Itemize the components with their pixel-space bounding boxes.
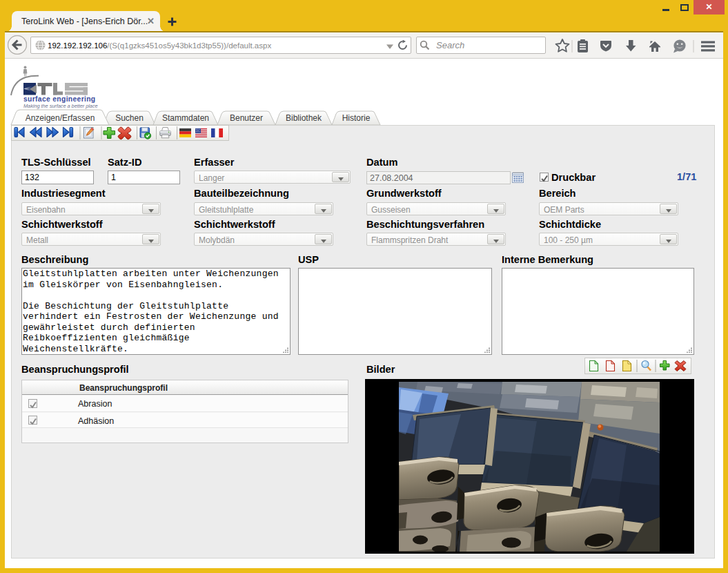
svg-text:Making the surface a better pl: Making the surface a better place bbox=[23, 103, 98, 109]
svg-text:Anzeigen/Erfassen: Anzeigen/Erfassen bbox=[26, 113, 95, 123]
svg-text:Suchen: Suchen bbox=[115, 113, 144, 123]
svg-text:Bibliothek: Bibliothek bbox=[286, 113, 322, 123]
svg-text:surface engineering: surface engineering bbox=[23, 95, 96, 103]
svg-text:Stammdaten: Stammdaten bbox=[162, 113, 209, 123]
svg-text:Benutzer: Benutzer bbox=[230, 113, 263, 123]
svg-text:Historie: Historie bbox=[342, 113, 371, 123]
